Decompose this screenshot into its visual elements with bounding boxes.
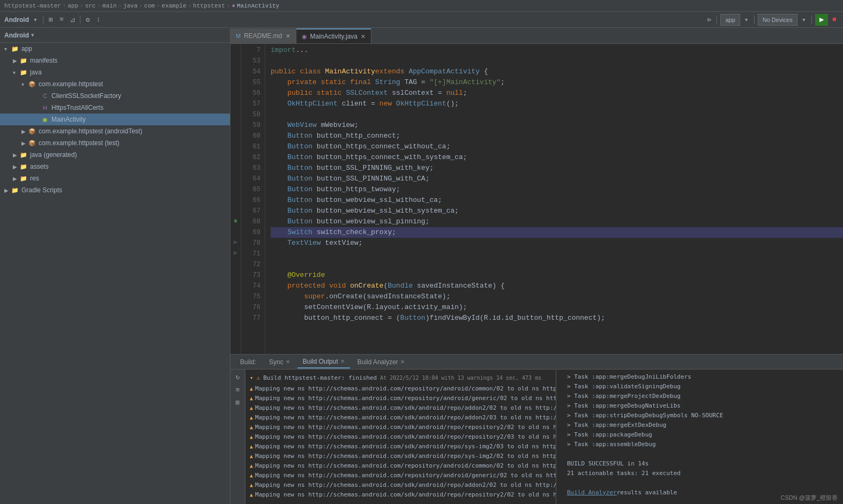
build-analyzer-link[interactable]: Build Analyzer — [567, 489, 617, 496]
tab-close-icon[interactable]: ✕ — [286, 359, 290, 365]
tree-arrow: ▾ — [4, 46, 11, 52]
breadcrumb-item[interactable]: example — [162, 3, 186, 9]
sidebar-dropdown-icon[interactable]: ▾ — [31, 32, 34, 39]
breadcrumb-item-active: ●MainActivity — [232, 3, 279, 9]
folder-icon: 📁 — [11, 44, 19, 53]
align-icon[interactable]: ≡ — [57, 16, 66, 24]
tree-item-res[interactable]: ▶ 📁 res — [0, 172, 230, 184]
tab-close-icon[interactable]: ✕ — [400, 359, 405, 365]
tree-arrow: ▶ — [21, 140, 28, 146]
code-content[interactable]: import ... public class MainActivity ext… — [265, 44, 843, 354]
build-warning-line: ▲ Mapping new ns http://schemas.android.… — [250, 403, 551, 412]
filter-icon[interactable]: ≡ — [233, 385, 243, 395]
code-line: protected void onCreate(Bundle savedInst… — [271, 281, 843, 291]
folder-icon: 📁 — [19, 151, 28, 159]
tree-item-gradle[interactable]: ▶ 📁 Gradle Scripts — [0, 184, 230, 196]
code-line: Button button_https_connect_without_ca; — [271, 141, 843, 152]
sidebar-header: Android ▾ — [0, 28, 230, 43]
sdk-icon[interactable]: ↕ — [94, 16, 103, 24]
tab-label: README.md — [244, 32, 282, 40]
java-icon: H — [41, 103, 49, 112]
code-line: setContentView(R.layout.activity_main); — [271, 302, 843, 313]
code-line: Button button_https_connect_with_system_… — [271, 152, 843, 163]
folder-icon: 📁 — [19, 174, 28, 183]
breadcrumb-item[interactable]: java — [123, 3, 137, 9]
sync-icon[interactable]: ↻ — [233, 372, 243, 382]
devices-dropdown-icon[interactable]: ▾ — [800, 16, 808, 24]
breadcrumb-item[interactable]: main — [102, 3, 116, 9]
tab-readme[interactable]: M README.md ✕ — [230, 28, 296, 43]
run-button[interactable]: ▶ — [815, 14, 828, 26]
breadcrumb-item[interactable]: src — [85, 3, 96, 9]
build-warning-line: ▲ Mapping new ns http://schemas.android.… — [250, 480, 551, 490]
tree-item-package[interactable]: ▾ 📦 com.example.httpstest — [0, 78, 230, 90]
build-task-line: > Task :app:mergeExtDexDebug — [561, 420, 839, 430]
bottom-tabs: Build: Sync ✕ Build Output ✕ Build Analy… — [230, 355, 843, 370]
devices-button[interactable]: No Devices — [758, 14, 797, 26]
md-icon: M — [236, 33, 241, 39]
build-warning-line: ▲ Mapping new ns http://schemas.android.… — [250, 422, 551, 432]
tree-arrow: ▾ — [21, 81, 28, 87]
tab-mainactivity[interactable]: ◉ MainActivity.java ✕ — [296, 28, 371, 43]
folder-icon: 📦 — [28, 127, 36, 136]
nav-icon[interactable]: ⊳ — [705, 16, 713, 24]
tree-item-app[interactable]: ▾ 📁 app — [0, 43, 230, 55]
tree-label: res — [30, 175, 39, 182]
tree-item-java-gen[interactable]: ▶ 📁 java (generated) — [0, 149, 230, 161]
build-duration: 14 sec, 473 ms — [496, 375, 541, 381]
line-numbers: 7 53 54 55 56 57 58 59 60 61 62 63 64 65… — [241, 44, 265, 354]
tree-arrow: ▶ — [13, 58, 19, 64]
tree-item-test[interactable]: ▶ 📦 com.example.httpstest (test) — [0, 137, 230, 149]
dropdown-icon[interactable]: ▾ — [31, 16, 40, 24]
tab-build[interactable]: Build: — [235, 356, 262, 368]
breadcrumb-item[interactable]: app — [68, 3, 78, 9]
tree-label: manifests — [30, 57, 57, 64]
tree-item-clientssl[interactable]: ▶ C ClientSSLSocketFactory — [0, 90, 230, 102]
code-line: @Override — [271, 270, 843, 281]
code-line: Button button_SSL_PINNING_with_CA; — [271, 174, 843, 184]
run-config-button[interactable]: app — [720, 14, 740, 26]
tree-label: app — [21, 45, 32, 52]
folder-icon: 📁 — [19, 162, 28, 171]
settings-icon[interactable]: ⚙ — [84, 16, 92, 24]
tab-build-output[interactable]: Build Output ✕ — [297, 356, 350, 368]
build-task-line: > Task :app:mergeDebugNativeLibs — [561, 401, 839, 410]
tree-item-httpstrust[interactable]: ▶ H HttpsTrustAllCerts — [0, 102, 230, 114]
tab-sync[interactable]: Sync ✕ — [264, 356, 295, 368]
tab-build-analyzer[interactable]: Build Analyzer ✕ — [352, 356, 410, 368]
breadcrumb-item[interactable]: httpstest-master — [4, 3, 61, 9]
tree-label: assets — [30, 163, 49, 170]
tab-close-icon[interactable]: ✕ — [286, 33, 290, 40]
main-layout: Android ▾ ▾ 📁 app ▶ 📁 manifests ▾ 📁 java — [0, 28, 843, 504]
tree-item-assets[interactable]: ▶ 📁 assets — [0, 161, 230, 172]
expand-icon[interactable]: ⊞ — [233, 397, 243, 408]
tab-close-icon[interactable]: ✕ — [361, 33, 365, 40]
build-time: At 2022/5/12 10:04 with 13 warnings — [380, 375, 493, 381]
code-line: OkHttpClient client = new OkHttpClient()… — [271, 99, 843, 109]
tree-item-java[interactable]: ▾ 📁 java — [0, 66, 230, 78]
tree-item-manifests[interactable]: ▶ 📁 manifests — [0, 55, 230, 66]
java-file-icon: ◉ — [302, 33, 307, 40]
folder-icon: 📁 — [19, 56, 28, 65]
breadcrumb-item[interactable]: com — [144, 3, 155, 9]
toolbar-left: Android ▾ ⊞ ≡ ⊿ ⚙ ↕ — [0, 16, 230, 24]
scope-icon[interactable]: ⊿ — [68, 16, 77, 24]
config-dropdown-icon[interactable]: ▾ — [742, 16, 751, 24]
tab-label: Build Output — [303, 358, 338, 365]
tree-item-androidtest[interactable]: ▶ 📦 com.example.httpstest (androidTest) — [0, 125, 230, 137]
build-task-line — [561, 478, 839, 487]
stop-icon[interactable]: ■ — [830, 16, 839, 24]
bottom-panel: Build: Sync ✕ Build Output ✕ Build Analy… — [230, 354, 843, 504]
build-task-line: > Task :app:validateSigningDebug — [561, 381, 839, 391]
tab-close-icon[interactable]: ✕ — [340, 358, 345, 364]
code-line: Button button_http_connect; — [271, 131, 843, 141]
code-editor: ◉ ▷ ▷ 7 53 54 55 56 57 — [230, 44, 843, 354]
tree-item-mainactivity[interactable]: ▶ ◉ MainActivity — [0, 114, 230, 125]
code-line: Button button_webview_ssl_without_ca; — [271, 195, 843, 206]
breadcrumb-item[interactable]: httpstest — [193, 3, 225, 9]
structure-icon[interactable]: ⊞ — [47, 16, 55, 24]
build-warning-line: ▲ Mapping new ns http://schemas.android.… — [250, 412, 551, 422]
code-line — [271, 259, 843, 270]
gutter: ◉ ▷ ▷ — [230, 44, 241, 354]
build-warning-line: ▲ Mapping new ns http://schemas.android.… — [250, 470, 551, 480]
